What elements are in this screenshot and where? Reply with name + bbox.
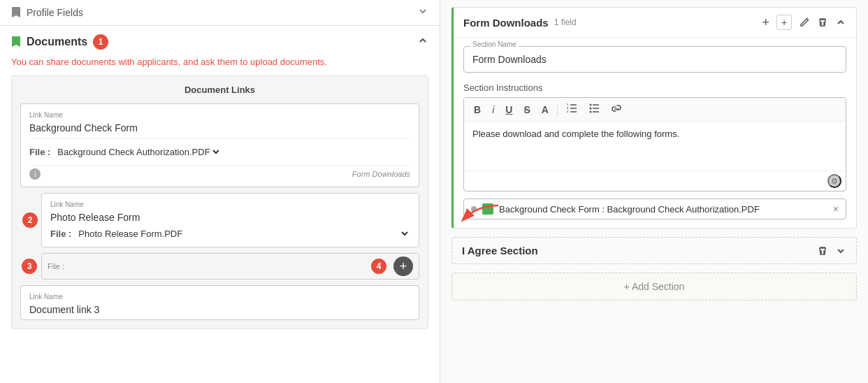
file-row-1: File : Background Check Authorization.PD… — [29, 142, 222, 162]
add-section-wrapper: 3 File : 4 + — [41, 253, 419, 280]
section-name-label: Section Name — [470, 41, 519, 48]
chevron-down-icon[interactable] — [417, 6, 428, 20]
doc-links-title: Document Links — [20, 85, 419, 95]
fsb-field-count: 1 field — [554, 17, 577, 27]
file-select-2[interactable]: Photo Release Form.PDF — [75, 228, 410, 240]
file-label-1: File : — [29, 147, 50, 157]
right-inner: Form Downloads 1 field + + — [440, 0, 868, 383]
left-panel: Profile Fields Documents 1 — [0, 0, 440, 383]
fsb-body: Section Name Section Instructions B i U … — [454, 38, 856, 228]
fontsize-btn[interactable]: A — [539, 103, 551, 117]
toolbar-separator — [557, 104, 558, 115]
link-card-2: 2 Link Name File : Photo Release Form.PD… — [41, 193, 419, 247]
info-icon-1: i — [29, 168, 41, 180]
svg-point-8 — [589, 111, 591, 113]
fsb-header: Form Downloads 1 field + + — [454, 8, 856, 38]
link-btn[interactable] — [608, 102, 625, 117]
documents-title: Documents — [27, 36, 87, 48]
add-button[interactable]: + — [393, 256, 413, 276]
file-row-hint: File : — [48, 262, 64, 270]
fsb-title-group: Form Downloads 1 field — [463, 17, 577, 29]
card-footer-1: File : Background Check Authorization.PD… — [29, 138, 410, 162]
agree-title: I Agree Section — [462, 245, 538, 256]
form-downloads-tag: Form Downloads — [352, 170, 410, 178]
rich-text-content[interactable]: Please download and complete the followi… — [464, 122, 846, 171]
green-bookmark-icon — [11, 36, 21, 48]
section-name-input[interactable] — [463, 46, 846, 73]
instructions-group: Section Instructions B i U S A 123 — [463, 82, 846, 192]
collapse-icon[interactable] — [417, 35, 428, 49]
profile-fields-left: Profile Fields — [11, 7, 83, 18]
df-green-square — [482, 203, 493, 215]
link-name-label-1: Link Name — [29, 111, 410, 119]
ordered-list-btn[interactable]: 123 — [563, 102, 580, 117]
info-text: You can share documents with applicants,… — [11, 57, 428, 67]
unordered-list-btn[interactable] — [586, 102, 602, 117]
df-close-btn[interactable]: × — [833, 203, 839, 215]
partial-link-input[interactable] — [29, 304, 410, 315]
partial-link-card: Link Name — [20, 285, 419, 320]
df-dot — [471, 206, 477, 212]
badge-2: 2 — [22, 212, 38, 228]
edit-btn[interactable] — [799, 17, 810, 28]
add-section-bar[interactable]: + Add Section — [451, 273, 857, 301]
italic-btn[interactable]: i — [489, 103, 497, 117]
documents-badge: 1 — [93, 34, 108, 50]
form-section-block: Form Downloads 1 field + + — [451, 7, 857, 229]
delete-btn[interactable] — [817, 17, 828, 28]
link-card-1: Link Name File : Background Check Author… — [20, 103, 419, 187]
badge-4: 4 — [371, 259, 386, 274]
instructions-label: Section Instructions — [463, 82, 846, 93]
partial-link-label: Link Name — [29, 293, 410, 301]
add-field-btn-1[interactable]: + — [762, 15, 769, 30]
file-select-1[interactable]: Background Check Authorization.PDF — [55, 146, 222, 158]
add-section-text: + Add Section — [624, 281, 685, 292]
fsb-title: Form Downloads — [463, 17, 549, 29]
section-header-left: Documents 1 — [11, 34, 108, 50]
rich-text-footer: ⚙ — [464, 171, 846, 191]
section-name-group: Section Name — [463, 46, 846, 73]
badge-3: 3 — [22, 259, 37, 274]
df-text: Background Check Form : Background Check… — [499, 204, 827, 215]
section-header: Documents 1 — [11, 34, 428, 50]
add-row-inner: File : 4 + — [41, 253, 419, 280]
link-name-input-2[interactable] — [50, 212, 410, 223]
doc-links-box: Document Links Link Name File : Backgrou… — [11, 75, 428, 329]
fsb-actions: + + — [762, 15, 846, 30]
svg-text:3: 3 — [567, 110, 569, 113]
rich-text-box: B i U S A 123 — [463, 97, 846, 192]
agree-section-block: I Agree Section — [451, 237, 857, 264]
documents-section: Documents 1 You can share documents with… — [0, 26, 440, 383]
bookmark-icon — [11, 7, 21, 18]
svg-point-7 — [589, 108, 591, 110]
agree-delete-btn[interactable] — [817, 245, 828, 256]
file-row-2: File : Photo Release Form.PDF — [50, 228, 410, 240]
add-btn-wrapper: 4 + — [393, 256, 413, 276]
link-name-input-1[interactable] — [29, 122, 410, 133]
strikethrough-btn[interactable]: S — [521, 103, 533, 117]
profile-fields-bar: Profile Fields — [0, 0, 440, 26]
underline-btn[interactable]: U — [502, 103, 515, 117]
rich-text-toolbar: B i U S A 123 — [464, 98, 846, 122]
profile-fields-title: Profile Fields — [27, 7, 83, 18]
download-field-row: Background Check Form : Background Check… — [463, 198, 846, 219]
agree-header: I Agree Section — [452, 238, 856, 263]
file-label-2: File : — [50, 229, 71, 239]
right-panel: Form Downloads 1 field + + — [440, 0, 868, 383]
add-field-btn-2[interactable]: + — [776, 15, 792, 30]
link-name-label-2: Link Name — [50, 201, 410, 208]
agree-actions — [817, 245, 846, 256]
agree-expand-btn[interactable] — [835, 245, 846, 256]
svg-point-6 — [589, 104, 591, 106]
bold-btn[interactable]: B — [471, 103, 484, 117]
collapse-section-btn[interactable] — [835, 17, 846, 28]
settings-btn[interactable]: ⚙ — [827, 174, 841, 188]
